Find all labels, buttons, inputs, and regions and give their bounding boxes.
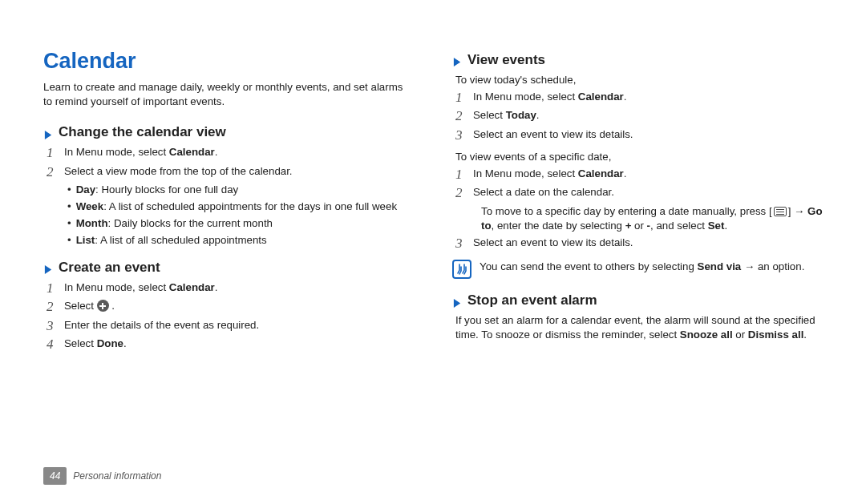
section-create-event-heading: Create an event <box>43 259 414 277</box>
heading-text: Change the calendar view <box>59 123 226 142</box>
step: 1 In Menu mode, select Calendar. <box>452 90 823 106</box>
bullet-item: •Day: Hourly blocks for one full day <box>43 183 414 197</box>
section-change-view-heading: Change the calendar view <box>43 123 414 142</box>
page-number: 44 <box>43 467 67 485</box>
step-number: 3 <box>455 236 473 252</box>
step-number: 1 <box>455 90 473 106</box>
step-number: 2 <box>47 299 64 315</box>
heading-text: Stop an event alarm <box>467 292 597 310</box>
step-number: 4 <box>47 337 64 353</box>
intro-text: Learn to create and manage daily, weekly… <box>43 80 414 109</box>
step-number: 2 <box>455 108 473 124</box>
paragraph: To view events of a specific date, <box>455 150 823 164</box>
sub-instruction: To move to a specific day by entering a … <box>452 204 823 233</box>
manual-page: Calendar Learn to create and manage dail… <box>0 0 866 355</box>
step: 3 Select an event to view its details. <box>452 236 823 252</box>
bullet-item: •List: A list of all scheduled appointme… <box>43 233 414 248</box>
paragraph: If you set an alarm for a calendar event… <box>455 313 823 342</box>
note-callout: You can send the event to others by sele… <box>452 260 823 279</box>
heading-text: Create an event <box>59 259 160 277</box>
chevron-icon <box>452 54 463 66</box>
right-column: View events To view today's schedule, 1 … <box>452 46 823 355</box>
step: 3 Enter the details of the event as requ… <box>43 318 414 334</box>
bullet-item: •Month: Daily blocks for the current mon… <box>43 216 414 231</box>
section-name: Personal information <box>73 470 161 482</box>
step-number: 3 <box>47 318 64 334</box>
step-number: 2 <box>47 164 64 180</box>
step: 2 Select a view mode from the top of the… <box>43 164 414 180</box>
step: 2 Select a date on the calendar. <box>452 185 823 201</box>
step: 1 In Menu mode, select Calendar. <box>43 145 414 161</box>
step-number: 1 <box>47 145 64 161</box>
section-stop-alarm-heading: Stop an event alarm <box>452 292 823 310</box>
chevron-icon <box>452 296 463 307</box>
step: 2 Select . <box>43 299 414 315</box>
step: 3 Select an event to view its details. <box>452 127 823 143</box>
heading-text: View events <box>467 51 545 70</box>
step-number: 3 <box>455 127 473 143</box>
bullet-item: •Week: A list of scheduled appointments … <box>43 200 414 214</box>
step-number: 1 <box>47 280 64 296</box>
note-icon <box>452 260 471 279</box>
step-number: 2 <box>455 185 473 201</box>
step-number: 1 <box>455 167 473 183</box>
left-column: Calendar Learn to create and manage dail… <box>43 46 414 355</box>
step: 1 In Menu mode, select Calendar. <box>452 167 823 183</box>
paragraph: To view today's schedule, <box>455 73 823 87</box>
section-view-events-heading: View events <box>452 51 823 70</box>
plus-icon <box>97 300 109 312</box>
step: 4 Select Done. <box>43 337 414 353</box>
step: 1 In Menu mode, select Calendar. <box>43 280 414 296</box>
menu-icon <box>774 207 787 216</box>
page-title: Calendar <box>43 46 414 75</box>
step: 2 Select Today. <box>452 108 823 124</box>
page-footer: 44 Personal information <box>43 467 161 485</box>
chevron-icon <box>43 262 54 273</box>
chevron-icon <box>43 127 54 139</box>
